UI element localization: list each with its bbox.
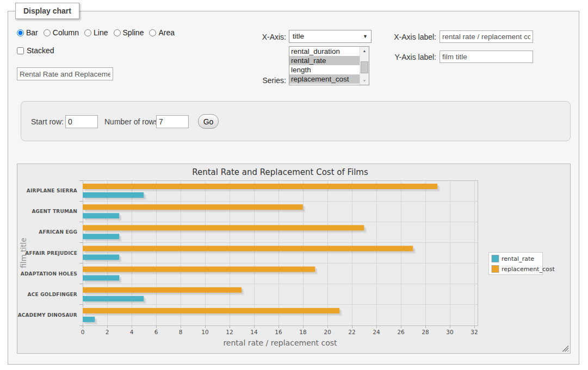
x-tick-label: 28 — [422, 329, 429, 335]
bar-rental_rate — [83, 234, 119, 239]
x-tick-label: 30 — [446, 329, 453, 335]
series-scrollbar[interactable]: ▲ ▼ — [360, 47, 369, 85]
bar-rental_rate — [83, 213, 119, 218]
x-tick-label: 12 — [226, 329, 233, 335]
row-range-panel: Start row: Number of rows: Go — [21, 101, 571, 141]
number-of-rows-input[interactable] — [156, 115, 189, 128]
chart-type-radio-label: Bar — [26, 28, 38, 37]
bar-rental_rate — [83, 275, 119, 281]
series-option-replacement_cost[interactable]: replacement_cost — [289, 74, 360, 84]
x-tick-label: 6 — [154, 329, 158, 335]
x-tick-label: 32 — [471, 329, 478, 335]
x-axis-select[interactable]: title ▼ — [289, 30, 372, 43]
legend-swatch-replacement_cost — [492, 266, 499, 273]
y-axis-label-input[interactable] — [440, 51, 533, 63]
x-tick-label: 18 — [299, 329, 306, 335]
x-tick-label: 0 — [81, 329, 85, 335]
scroll-down-icon[interactable]: ▼ — [360, 77, 369, 85]
chart-type-radio-label: Area — [158, 28, 175, 37]
category-label: AGENT TRUMAN — [32, 209, 77, 214]
legend-label-replacement_cost: replacement_cost — [502, 266, 555, 273]
series-multiselect[interactable]: rental_durationrental_ratelengthreplacem… — [289, 46, 369, 85]
go-button[interactable]: Go — [198, 114, 219, 129]
bar-rental_rate — [83, 317, 95, 322]
series-option-rental_rate[interactable]: rental_rate — [289, 56, 360, 65]
x-axis-select-label: X-Axis: — [237, 33, 286, 41]
chart-type-option-area: Area — [149, 28, 175, 37]
chart-type-radio-spline[interactable] — [114, 29, 121, 36]
chart-type-radio-column[interactable] — [44, 29, 51, 36]
chart-type-option-spline: Spline — [114, 28, 144, 37]
number-of-rows-label: Number of rows: — [104, 117, 160, 126]
series-select-label: Series: — [237, 76, 286, 85]
start-row-input[interactable] — [65, 115, 98, 128]
x-tick-label: 4 — [130, 329, 134, 335]
scroll-up-icon[interactable]: ▲ — [360, 47, 369, 55]
x-tick-label: 26 — [397, 329, 405, 335]
bar-replacement_cost — [83, 225, 364, 230]
category-label: AFRICAN EGG — [39, 229, 77, 235]
chart-type-radio-bar[interactable] — [17, 29, 24, 36]
category-label: ACADEMY DINOSAUR — [18, 312, 77, 318]
category-label: AFFAIR PREJUDICE — [25, 250, 77, 256]
category-label: ACE GOLDFINGER — [28, 292, 77, 297]
x-axis-label-label: X-Axis label: — [387, 33, 436, 41]
bar-replacement_cost — [83, 204, 303, 210]
series-options: rental_durationrental_ratelengthreplacem… — [289, 47, 369, 84]
chart-legend: rental_ratereplacement_cost — [489, 253, 555, 275]
x-tick-label: 14 — [250, 329, 258, 335]
start-row-label: Start row: — [31, 117, 64, 126]
axis-ticks — [79, 180, 474, 328]
bar-replacement_cost — [83, 184, 437, 189]
bar-replacement_cost — [83, 287, 242, 293]
x-axis-selected-value: title — [293, 32, 304, 40]
chart-ylabel: film title — [19, 237, 28, 268]
series-option-length[interactable]: length — [289, 65, 360, 74]
chart-type-radio-line[interactable] — [84, 29, 91, 36]
category-label: AIRPLANE SIERRA — [27, 188, 77, 193]
panel-title: Display chart — [15, 3, 79, 19]
bar-replacement_cost — [83, 267, 315, 272]
bar-rental_rate — [83, 192, 144, 198]
bar-replacement_cost — [83, 246, 413, 251]
chevron-down-icon: ▼ — [363, 34, 368, 39]
legend-label-rental_rate: rental_rate — [502, 255, 534, 262]
stacked-checkbox[interactable] — [17, 47, 24, 54]
chart-type-radio-label: Spline — [123, 28, 144, 37]
chart-type-option-line: Line — [84, 28, 108, 37]
bar-chart-svg: AIRPLANE SIERRAAGENT TRUMANAFRICAN EGGAF… — [17, 164, 570, 353]
x-tick-label: 24 — [373, 329, 380, 335]
chart-type-option-column: Column — [44, 28, 79, 37]
chart-type-radio-label: Line — [94, 28, 108, 37]
chart-type-radio-area[interactable] — [149, 29, 156, 36]
bar-replacement_cost — [83, 308, 339, 313]
category-label: ADAPTATION HOLES — [21, 271, 77, 277]
stacked-label: Stacked — [27, 46, 54, 55]
chart-title-input[interactable] — [17, 67, 113, 80]
x-axis-label-input[interactable] — [440, 30, 533, 43]
x-tick-label: 2 — [106, 329, 109, 335]
stacked-option: Stacked — [17, 46, 54, 55]
bar-rental_rate — [83, 296, 144, 302]
chart-type-radios: BarColumnLineSplineArea — [17, 28, 180, 37]
x-tick-label: 20 — [324, 329, 331, 335]
y-axis-label-label: Y-Axis label: — [387, 53, 436, 61]
x-tick-label: 22 — [348, 329, 355, 335]
chart-container: AIRPLANE SIERRAAGENT TRUMANAFRICAN EGGAF… — [17, 164, 571, 354]
display-chart-panel: Display chart BarColumnLineSplineArea St… — [8, 11, 579, 365]
x-tick-label: 16 — [275, 329, 282, 335]
chart-type-option-bar: Bar — [17, 28, 38, 37]
chart-title: Rental Rate and Replacement Cost of Film… — [192, 167, 368, 177]
scrollbar-thumb[interactable] — [361, 61, 368, 73]
x-tick-label: 10 — [201, 329, 208, 335]
series-option-rental_duration[interactable]: rental_duration — [289, 47, 360, 56]
legend-swatch-rental_rate — [492, 255, 499, 262]
bar-rental_rate — [83, 254, 119, 260]
chart-xlabel: rental rate / replacement cost — [223, 338, 337, 347]
chart-type-radio-label: Column — [53, 28, 79, 37]
x-tick-label: 8 — [179, 329, 183, 335]
